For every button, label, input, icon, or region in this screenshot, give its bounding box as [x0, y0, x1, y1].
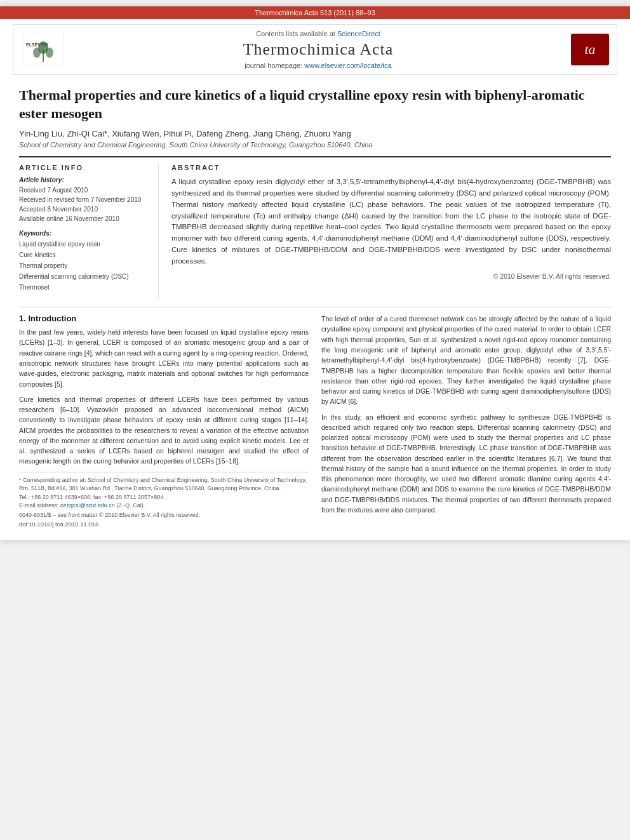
author-list: Yin-Ling Liu, Zhi-Qi Cai*, Xiufang Wen, … [19, 129, 611, 138]
intro-para-1: In the past few years, widely-held inter… [19, 327, 309, 389]
footnote-area: * Corresponding author at: School of Che… [19, 472, 309, 510]
affiliation: School of Chemistry and Chemical Enginee… [19, 141, 611, 149]
introduction-heading: 1. Introduction [19, 314, 309, 323]
email-label: E-mail address: [19, 502, 60, 509]
science-direct-link[interactable]: ScienceDirect [337, 30, 380, 37]
journal-citation-bar: Thermochimica Acta 513 (2011) 88–93 [0, 6, 630, 19]
page: Thermochimica Acta 513 (2011) 88–93 ELSE… [0, 6, 630, 540]
history-label: Article history: [19, 177, 149, 183]
contents-label: Contents lists available at [256, 30, 335, 37]
doi-line: doi:10.1016/j.tca.2010.11.016 [19, 521, 309, 528]
intro-para-3: The level of order of a cured thermoset … [321, 314, 611, 406]
body-section: 1. Introduction In the past few years, w… [19, 314, 611, 527]
keyword-5: Thermoset [19, 282, 149, 293]
journal-header-center: Contents lists available at ScienceDirec… [72, 30, 565, 69]
copyright: © 2010 Elsevier B.V. All rights reserved… [171, 272, 611, 280]
homepage-url[interactable]: www.elsevier.com/locate/tca [304, 62, 392, 69]
citation-text: Thermochimica Acta 513 (2011) 88–93 [255, 9, 375, 17]
body-left-column: 1. Introduction In the past few years, w… [19, 314, 309, 527]
keywords-label: Keywords: [19, 230, 149, 237]
article-title: Thermal properties and cure kinetics of … [19, 86, 611, 123]
info-abstract-section: Article Info Article history: Received 7… [19, 156, 611, 299]
elsevier-logo-svg: ELSEVIER [23, 34, 64, 65]
keyword-4: Differential scanning calorimetry (DSC) [19, 271, 149, 282]
svg-point-5 [46, 48, 53, 58]
authors-text: Yin-Ling Liu, Zhi-Qi Cai*, Xiufang Wen, … [19, 129, 351, 138]
intro-para-4: In this study, an efficient and economic… [321, 412, 611, 516]
body-right-column: The level of order of a cured thermoset … [321, 314, 611, 527]
email-name: (Z.-Q. Cai). [115, 502, 145, 509]
article-history-group: Article history: Received 7 August 2010 … [19, 177, 149, 223]
received-date: Received 7 August 2010 [19, 185, 149, 195]
email-link[interactable]: cezqcai@scut.edu.cn [60, 502, 115, 509]
issn-line: 0040-6031/$ – see front matter © 2010 El… [19, 512, 309, 518]
article-info-column: Article Info Article history: Received 7… [19, 164, 159, 299]
keyword-2: Cure kinetics [19, 250, 149, 260]
journal-homepage-line: journal homepage: www.elsevier.com/locat… [245, 62, 392, 69]
svg-point-4 [33, 48, 41, 58]
section-divider [19, 307, 611, 307]
keyword-1: Liquid crystalline epoxy resin [19, 239, 149, 250]
footnote-email: E-mail address: cezqcai@scut.edu.cn (Z.-… [19, 502, 309, 510]
received-revised-date: Received in revised form 7 November 2010 [19, 195, 149, 204]
abstract-column: Abstract A liquid crystalline epoxy resi… [171, 164, 611, 299]
article-content: Thermal properties and cure kinetics of … [0, 80, 630, 540]
doi-text: doi:10.1016/j.tca.2010.11.016 [19, 521, 98, 528]
homepage-label: journal homepage: [245, 62, 302, 69]
keyword-3: Thermal property [19, 260, 149, 271]
accepted-date: Accepted 8 November 2010 [19, 204, 149, 214]
elsevier-logo: ELSEVIER [21, 34, 65, 65]
intro-para-2: Cure kinetics and thermal properties of … [19, 394, 309, 467]
abstract-text: A liquid crystalline epoxy resin diglyci… [171, 177, 611, 267]
available-online-date: Available online 16 November 2010 [19, 214, 149, 223]
keywords-group: Keywords: Liquid crystalline epoxy resin… [19, 230, 149, 293]
science-direct-line: Contents lists available at ScienceDirec… [256, 30, 380, 37]
footnote-corresponding: * Corresponding author at: School of Che… [19, 476, 309, 493]
journal-header: ELSEVIER Contents lists available at Sci… [13, 24, 617, 75]
keywords-list: Liquid crystalline epoxy resin Cure kine… [19, 239, 149, 293]
article-info-label: Article Info [19, 164, 149, 171]
footnote-tel: Tel.: +86 20 8711 4639×606; fax: +86 20 … [19, 493, 309, 502]
ta-journal-logo: ta [571, 34, 609, 65]
abstract-label: Abstract [171, 164, 611, 171]
journal-title: Thermochimica Acta [243, 40, 394, 59]
